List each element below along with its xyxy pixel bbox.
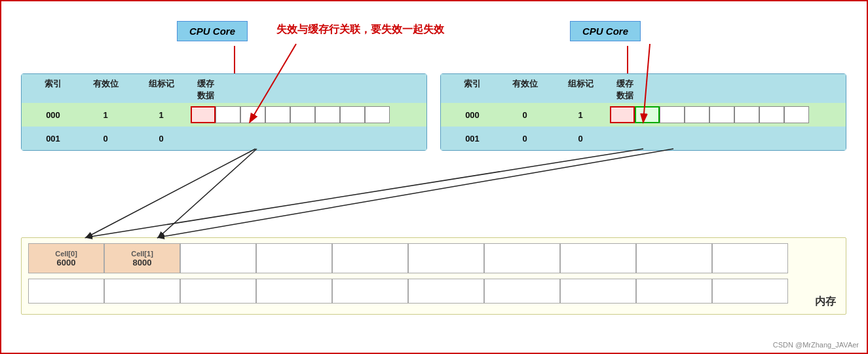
data-cells-r0	[610, 106, 840, 123]
mem-value-1: 8000	[133, 258, 152, 267]
cell-index-r1: 001	[446, 134, 499, 144]
data-cell-l0-0	[191, 106, 216, 123]
svg-line-4	[86, 149, 255, 237]
cell-tag-l1: 0	[132, 134, 191, 144]
data-cell-r0-5	[734, 106, 759, 123]
cache-row-left-1: 001 0 0	[22, 127, 426, 150]
memory-cell-r2-3	[256, 279, 332, 304]
col-tag-right: 组标记	[551, 78, 610, 102]
cpu-arrow-left	[234, 46, 235, 75]
mem-label-1: Cell[1]	[131, 250, 153, 258]
cache-header-right: 索引 有效位 组标记 缓存 数据	[441, 74, 846, 103]
cell-index-r0: 000	[446, 110, 499, 120]
svg-line-7	[159, 149, 673, 237]
data-cell-l0-5	[315, 106, 340, 123]
data-cell-l0-6	[340, 106, 365, 123]
memory-label: 内存	[815, 295, 836, 309]
data-cell-r0-3	[685, 106, 709, 123]
memory-cell-5	[408, 243, 484, 273]
memory-cell-9	[712, 243, 788, 273]
data-cell-r0-4	[709, 106, 734, 123]
col-data-left: 缓存 数据	[191, 78, 421, 102]
memory-cell-r2-1	[104, 279, 180, 304]
annotation-text: 失效与缓存行关联，要失效一起失效	[276, 23, 444, 37]
cpu-label-left: CPU Core	[177, 21, 248, 41]
data-cell-r0-2	[660, 106, 685, 123]
cache-row-right-1: 001 0 0	[441, 127, 846, 150]
cell-tag-r0: 1	[551, 110, 610, 120]
mem-label-0: Cell[0]	[55, 250, 77, 258]
cell-tag-r1: 0	[551, 134, 610, 144]
data-cells-l0	[191, 106, 421, 123]
memory-cell-7	[560, 243, 636, 273]
data-cell-r0-7	[784, 106, 809, 123]
data-cell-l0-1	[216, 106, 240, 123]
cache-header-left: 索引 有效位 组标记 缓存 数据	[22, 74, 426, 103]
data-cell-l0-2	[240, 106, 265, 123]
data-cell-l0-7	[365, 106, 390, 123]
col-index-right: 索引	[446, 78, 499, 102]
memory-cell-3	[256, 243, 332, 273]
data-cell-r0-0	[610, 106, 635, 123]
col-index-left: 索引	[27, 78, 79, 102]
cell-index-l0: 000	[27, 110, 79, 120]
memory-cell-2	[180, 243, 256, 273]
cell-valid-r1: 0	[499, 134, 551, 144]
main-container: CPU Core CPU Core 失效与缓存行关联，要失效一起失效 索引 有效…	[0, 0, 868, 354]
memory-cell-r2-8	[636, 279, 712, 304]
memory-cell-0: Cell[0] 6000	[28, 243, 104, 273]
cpu-core-label-right: CPU Core	[570, 21, 641, 41]
data-cell-r0-6	[759, 106, 784, 123]
cell-valid-l1: 0	[79, 134, 132, 144]
memory-container: Cell[0] 6000 Cell[1] 8000	[21, 237, 846, 315]
memory-cell-r2-2	[180, 279, 256, 304]
svg-line-5	[159, 149, 257, 237]
memory-cell-8	[636, 243, 712, 273]
cache-table-left: 索引 有效位 组标记 缓存 数据 000 1 1	[21, 73, 427, 151]
col-valid-right: 有效位	[499, 78, 551, 102]
svg-line-6	[86, 149, 643, 237]
cell-valid-l0: 1	[79, 110, 132, 120]
memory-cell-1: Cell[1] 8000	[104, 243, 180, 273]
cell-index-l1: 001	[27, 134, 79, 144]
cpu-arrow-right	[627, 46, 628, 75]
col-tag-left: 组标记	[132, 78, 191, 102]
col-data-right: 缓存 数据	[610, 78, 840, 102]
cache-table-right: 索引 有效位 组标记 缓存 数据 000 0 1	[440, 73, 846, 151]
col-valid-left: 有效位	[79, 78, 132, 102]
memory-cell-r2-6	[484, 279, 560, 304]
cache-row-left-0: 000 1 1	[22, 103, 426, 127]
data-cell-l0-4	[290, 106, 315, 123]
cpu-core-label-left: CPU Core	[177, 21, 248, 41]
watermark: CSDN @MrZhang_JAVAer	[773, 341, 859, 349]
cache-row-right-0: 000 0 1	[441, 103, 846, 127]
memory-cell-r2-7	[560, 279, 636, 304]
mem-value-0: 6000	[57, 258, 76, 267]
memory-row-2	[28, 279, 839, 304]
memory-cell-4	[332, 243, 408, 273]
data-cell-r0-1	[635, 106, 660, 123]
memory-row-1: Cell[0] 6000 Cell[1] 8000	[28, 243, 839, 273]
memory-cell-6	[484, 243, 560, 273]
cpu-label-right: CPU Core	[570, 21, 641, 41]
memory-cell-r2-9	[712, 279, 788, 304]
cell-valid-r0: 0	[499, 110, 551, 120]
memory-cell-r2-0	[28, 279, 104, 304]
memory-cell-r2-4	[332, 279, 408, 304]
data-cell-l0-3	[265, 106, 290, 123]
memory-cell-r2-5	[408, 279, 484, 304]
cell-tag-l0: 1	[132, 110, 191, 120]
